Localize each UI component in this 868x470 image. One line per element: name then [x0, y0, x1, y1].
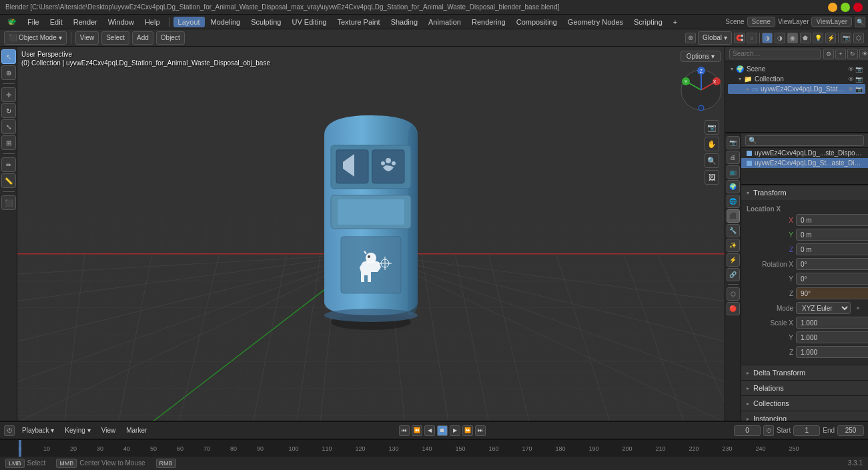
relations-header[interactable]: ▸ Relations — [741, 381, 868, 395]
close-button[interactable] — [853, 3, 863, 12]
tab-sculpting[interactable]: Sculpting — [246, 17, 286, 27]
props-tab-material[interactable]: 🔴 — [727, 302, 740, 315]
play-back[interactable]: ◀ — [424, 425, 435, 436]
props-tab-scene[interactable]: 🌍 — [727, 180, 740, 193]
rotate-tool[interactable]: ↻ — [1, 103, 16, 118]
viewlayer-input[interactable]: ViewLayer — [811, 17, 852, 27]
stop[interactable]: ⏹ — [437, 425, 448, 436]
object-menu[interactable]: Object — [156, 31, 185, 45]
measure-tool[interactable]: 📏 — [1, 173, 16, 188]
mode-select[interactable]: XYZ Euler — [796, 302, 851, 314]
rotation-z-input[interactable] — [796, 287, 868, 299]
mesh-eye[interactable]: 👁 — [848, 86, 854, 93]
eevee-icon[interactable]: ⚡ — [825, 33, 836, 43]
step-forward[interactable]: ⏩ — [462, 425, 473, 436]
props-tab-object[interactable]: ⬛ — [727, 209, 740, 223]
tab-shading[interactable]: Shading — [386, 17, 422, 27]
zoom-in-out[interactable]: 🔍 — [705, 153, 719, 168]
cursor-tool[interactable]: ⊕ — [1, 65, 16, 80]
props-tab-render[interactable]: 📷 — [727, 136, 740, 149]
location-x-input[interactable] — [796, 214, 868, 226]
tab-compositing[interactable]: Compositing — [512, 17, 562, 27]
outliner-sync[interactable]: ↻ — [847, 49, 858, 59]
tab-texture-paint[interactable]: Texture Paint — [332, 17, 384, 27]
solid-shading[interactable]: ◉ — [787, 33, 798, 43]
keying-menu[interactable]: Keying ▾ — [61, 426, 93, 435]
menu-edit[interactable]: Edit — [45, 17, 67, 27]
props-tab-physics[interactable]: ⚡ — [727, 253, 740, 267]
location-y-input[interactable] — [796, 229, 868, 241]
props-tab-output[interactable]: 🖨 — [727, 151, 740, 164]
object-mode-selector[interactable]: ⬛ Object Mode ▾ — [4, 31, 67, 45]
outliner-eye[interactable]: 👁 — [859, 49, 868, 59]
annotate-tool[interactable]: ✏ — [1, 157, 16, 172]
tab-geometry-nodes[interactable]: Geometry Nodes — [563, 17, 628, 27]
props-tab-data[interactable]: ⬡ — [727, 287, 740, 301]
tab-animation[interactable]: Animation — [424, 17, 466, 27]
add-menu[interactable]: Add — [132, 31, 153, 45]
menu-window[interactable]: Window — [103, 17, 139, 27]
frame-timing-icon[interactable]: ⏱ — [763, 425, 774, 436]
end-frame-input[interactable] — [837, 425, 864, 436]
rotation-x-input[interactable] — [796, 258, 868, 270]
overlay-icon[interactable]: ◑ — [762, 33, 773, 43]
scale-tool[interactable]: ⤡ — [1, 119, 16, 134]
collections-header[interactable]: ▸ Collections — [741, 396, 868, 411]
add-cube-tool[interactable]: ⬛ — [1, 195, 16, 210]
menu-render[interactable]: Render — [69, 17, 102, 27]
outliner-item-collection[interactable]: ▾ 📁 Collection 👁 📷 — [728, 74, 865, 84]
zoom-camera[interactable]: 📷 — [705, 120, 719, 135]
delta-transform-header[interactable]: ▸ Delta Transform — [741, 365, 868, 380]
object-list-item-1[interactable]: uyvwEz4Cxv4pqLDg_...ste_Disposal_obj_bas… — [741, 148, 868, 158]
current-frame-input[interactable] — [734, 425, 761, 436]
tab-scripting[interactable]: Scripting — [629, 17, 667, 27]
scene-eye[interactable]: 👁 — [848, 66, 854, 73]
view-menu-timeline[interactable]: View — [98, 426, 119, 435]
step-back[interactable]: ⏪ — [412, 425, 422, 436]
mesh-camera[interactable]: 📷 — [855, 86, 863, 93]
camera-view[interactable]: 📷 — [841, 33, 851, 43]
menu-file[interactable]: File — [23, 17, 44, 27]
outliner-new[interactable]: + — [835, 49, 846, 59]
tab-modeling[interactable]: Modeling — [206, 17, 246, 27]
marker-menu[interactable]: Marker — [123, 426, 150, 435]
start-frame-input[interactable] — [793, 425, 820, 436]
props-tab-view-layer[interactable]: 📺 — [727, 165, 740, 179]
scale-x-input[interactable] — [796, 317, 868, 329]
navigation-gizmo[interactable]: X Y Z — [678, 67, 718, 107]
scene-input[interactable]: Scene — [747, 17, 775, 27]
select-tool[interactable]: ↖ — [1, 49, 16, 64]
menu-blender[interactable]: 🐲 — [3, 16, 21, 27]
view-menu[interactable]: View — [75, 31, 99, 45]
proportional-icon[interactable]: ○ — [747, 33, 757, 43]
instancing-header[interactable]: ▸ Instancing — [741, 411, 868, 421]
tab-add[interactable]: + — [669, 17, 682, 27]
rendered-shading[interactable]: 💡 — [813, 33, 823, 43]
transform-selector[interactable]: Global ▾ — [698, 31, 732, 45]
collection-camera[interactable]: 📷 — [855, 76, 863, 83]
minimize-button[interactable] — [828, 3, 837, 12]
scale-z-input[interactable] — [796, 346, 868, 358]
outliner-item-mesh[interactable]: ▸ ▭ uyvwEz4Cxv4pqLDg_Station_for_An… 👁 📷 — [728, 84, 865, 94]
collection-eye[interactable]: 👁 — [848, 76, 854, 83]
timeline-scrubber[interactable]: 0 10 20 30 40 50 60 70 80 90 100 110 120… — [0, 439, 868, 457]
location-z-input[interactable] — [796, 243, 868, 255]
playback-menu[interactable]: Playback ▾ — [19, 426, 57, 435]
outliner-search-input[interactable] — [729, 49, 821, 59]
menu-help[interactable]: Help — [140, 17, 165, 27]
move-tool[interactable]: ✛ — [1, 87, 16, 102]
render-preview[interactable]: 🖼 — [705, 170, 719, 185]
maximize-button[interactable] — [841, 3, 850, 12]
tab-layout[interactable]: Layout — [173, 17, 205, 27]
jump-start[interactable]: ⏮ — [399, 425, 410, 436]
render-region[interactable]: ⬡ — [853, 33, 864, 43]
play[interactable]: ▶ — [450, 425, 460, 436]
scale-y-input[interactable] — [796, 331, 868, 343]
outliner-item-scene[interactable]: ▾ 🌍 Scene 👁 📷 — [728, 64, 865, 74]
options-button[interactable]: Options ▾ — [681, 51, 721, 62]
props-tab-world[interactable]: 🌐 — [727, 195, 740, 208]
material-shading[interactable]: ⬟ — [800, 33, 811, 43]
select-menu[interactable]: Select — [101, 31, 129, 45]
props-tab-modifier[interactable]: 🔧 — [727, 224, 740, 237]
search-icon[interactable]: 🔍 — [855, 17, 865, 27]
